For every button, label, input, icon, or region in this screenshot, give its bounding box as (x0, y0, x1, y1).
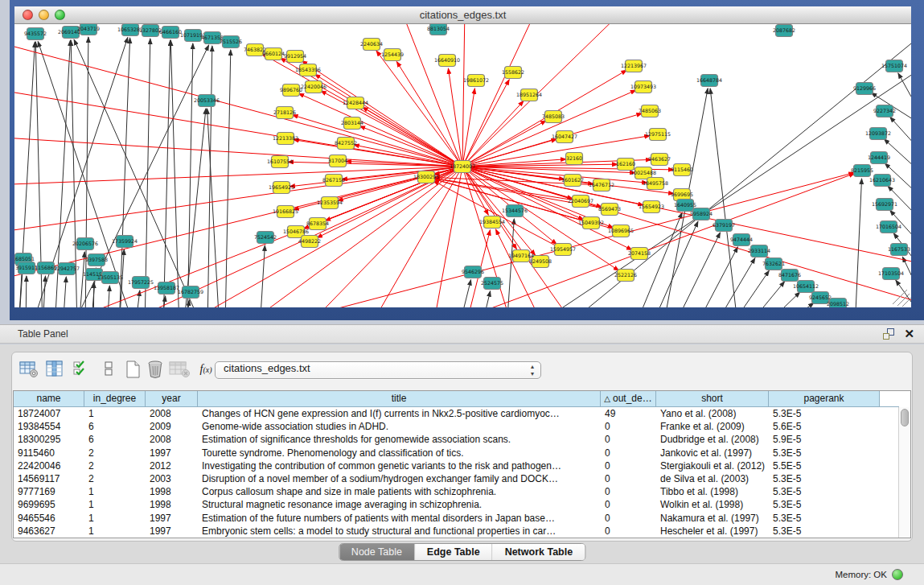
graph-node[interactable]: 16476712 (589, 179, 614, 192)
table-row[interactable]: 977716911998Corpus callosum shape and si… (14, 485, 910, 498)
graph-node[interactable]: 1254439 (381, 49, 404, 61)
graph-node[interactable]: 12975115 (645, 129, 671, 141)
graph-node[interactable]: 9912954 (284, 51, 306, 63)
graph-node[interactable]: 2043719 (77, 24, 100, 35)
graph-node[interactable]: 9660124 (262, 48, 285, 60)
graph-node[interactable]: 15344576 (502, 205, 528, 217)
column-header-name[interactable]: name (14, 391, 84, 407)
table-row[interactable]: 1456911722003Disruption of a novel membe… (14, 472, 910, 485)
table-selector-dropdown[interactable]: citations_edges.txt ▴▾ (215, 361, 541, 379)
graph-node[interactable]: 17957225 (128, 277, 154, 289)
graph-node[interactable]: 5958924 (690, 208, 713, 220)
graph-node[interactable]: 12353594 (317, 197, 343, 209)
tab-network-table[interactable]: Network Table (493, 544, 585, 560)
graph-node[interactable]: 1244419 (868, 152, 890, 164)
delete-table-icon[interactable] (168, 360, 189, 379)
zoom-window-button[interactable] (55, 10, 65, 20)
graph-node[interactable]: 12093872 (865, 128, 891, 140)
network-canvas[interactable]: 1872400727181261221338316107554196549251… (14, 24, 911, 307)
table-row[interactable]: 1872400712008Changes of HCN gene express… (14, 407, 910, 420)
graph-node[interactable]: 2240634 (360, 39, 383, 51)
graph-node[interactable]: 2522126 (614, 270, 637, 282)
graph-node[interactable]: 2524575 (481, 278, 503, 290)
graph-node[interactable]: 16640910 (434, 55, 460, 67)
graph-node[interactable]: 1601627 (561, 175, 584, 187)
table-row[interactable]: 969969511998Structural magnetic resonanc… (14, 498, 910, 511)
select-rows-icon[interactable] (72, 360, 92, 379)
graph-node[interactable]: 16047427 (552, 131, 577, 143)
column-header-outde[interactable]: △out_de… (601, 391, 656, 407)
graph-node[interactable]: 2803144 (341, 117, 363, 130)
graph-node[interactable]: 16210643 (869, 175, 895, 187)
table-row[interactable]: 946554611997Estimation of the future num… (14, 512, 910, 525)
graph-node[interactable]: 12428444 (343, 97, 368, 109)
column-header-short[interactable]: short (656, 391, 769, 407)
graph-node[interactable]: 9474444 (730, 234, 753, 246)
graph-node[interactable]: 8215955 (851, 165, 873, 177)
graph-node[interactable]: 15692971 (872, 199, 897, 211)
graph-node[interactable]: 4498222 (298, 236, 321, 248)
graph-node[interactable]: 1558622 (502, 67, 524, 79)
delete-rows-icon[interactable] (146, 360, 166, 379)
table-row[interactable]: 911546021997Tourette syndrome. Phenomeno… (14, 447, 910, 459)
table-vertical-scrollbar[interactable] (898, 407, 910, 538)
graph-node[interactable]: 1327802 (139, 25, 162, 37)
graph-node[interactable]: 15751074 (881, 60, 907, 72)
graph-node[interactable]: 16648784 (696, 75, 722, 87)
graph-node[interactable]: 8813054 (427, 24, 450, 35)
column-header-year[interactable]: year (146, 391, 198, 407)
graph-node[interactable]: 162160 (616, 159, 635, 171)
network-graph[interactable]: 1872400727181261221338316107554196549251… (14, 24, 911, 307)
column-header-pagerank[interactable]: pagerank (769, 391, 880, 407)
graph-node[interactable]: 7524542 (254, 232, 277, 244)
graph-node[interactable]: 7485063 (639, 105, 661, 117)
tab-node-table[interactable]: Node Table (339, 544, 415, 560)
graph-node[interactable]: 2933114 (748, 245, 770, 257)
new-table-icon[interactable] (123, 360, 144, 379)
graph-node[interactable]: 32160 (566, 153, 583, 165)
minimize-window-button[interactable] (39, 10, 49, 20)
graph-node[interactable]: 10896965 (608, 225, 634, 237)
graph-node[interactable]: 12213383 (273, 133, 298, 145)
scrollbar-thumb[interactable] (901, 409, 909, 426)
close-window-button[interactable] (23, 10, 33, 20)
graph-node[interactable]: 17016504 (876, 221, 901, 233)
graph-node[interactable]: 6466160 (159, 27, 182, 39)
graph-node[interactable]: 8267150 (322, 175, 345, 187)
graph-node[interactable]: 7515526 (220, 36, 242, 48)
network-window-titlebar[interactable]: citations_edges.txt (14, 6, 911, 24)
graph-node[interactable]: 6379197 (713, 220, 735, 232)
graph-node[interactable]: 19384554 (479, 216, 505, 229)
graph-node[interactable]: 2087682 (773, 25, 795, 37)
graph-node[interactable]: 1167533 (888, 244, 910, 256)
graph-node[interactable]: 8678354 (306, 218, 329, 230)
graph-node[interactable]: 8569473 (598, 204, 621, 216)
graph-node[interactable]: 9546296 (462, 266, 484, 278)
tab-edge-table[interactable]: Edge Table (415, 544, 493, 560)
graph-node[interactable]: 19654925 (269, 182, 294, 194)
graph-node[interactable]: 7485083 (542, 111, 565, 123)
graph-node[interactable]: 9227342 (873, 105, 896, 117)
graph-node[interactable]: 20053346 (194, 95, 220, 107)
graph-node[interactable]: 15954957 (550, 244, 576, 256)
graph-node[interactable]: 8471676 (778, 270, 801, 282)
memory-status-indicator[interactable] (892, 569, 903, 580)
graph-node[interactable]: 9129966 (853, 83, 876, 95)
graph-node[interactable]: 10654112 (793, 281, 819, 293)
graph-node[interactable]: 9397588 (85, 254, 108, 266)
graph-node[interactable]: 9115460 (671, 164, 693, 176)
graph-node[interactable]: 13958187 (154, 282, 179, 295)
graph-node[interactable]: 9463627 (648, 154, 671, 166)
graph-node[interactable]: 17103504 (878, 268, 904, 280)
graph-node[interactable]: 317004 (328, 155, 347, 167)
table-row[interactable]: 1830029562008Estimation of significance … (14, 433, 910, 446)
function-builder-icon[interactable]: f(x) (195, 360, 216, 379)
graph-node[interactable]: 9896760 (280, 84, 302, 97)
graph-node[interactable]: 7632621 (762, 258, 785, 270)
graph-node[interactable]: 8427552 (335, 138, 357, 150)
graph-node[interactable]: 2074158 (628, 248, 651, 260)
table-row[interactable]: 1938455462009Genome-wide association stu… (14, 420, 910, 433)
column-edit-icon[interactable] (44, 360, 65, 379)
table-options-icon[interactable] (18, 360, 39, 379)
table-row[interactable]: 946362711997Embryonic stem cells: a mode… (14, 525, 910, 538)
